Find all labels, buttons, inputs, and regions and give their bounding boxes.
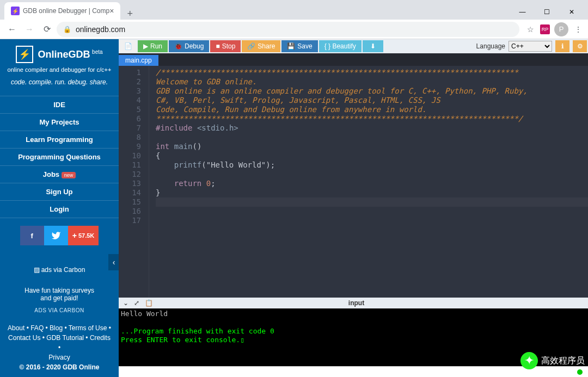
window-maximize-icon[interactable]: ☐ [535,4,559,20]
logo-icon: ⚡ [16,46,33,63]
file-tabs: main.cpp [119,53,588,66]
nav-item-jobs[interactable]: Jobs new [0,165,119,183]
file-tab-main[interactable]: main.cpp [119,55,158,66]
brand-tagline: code. compile. run. debug. share. [5,78,113,91]
code-editor[interactable]: 1234567891011121314151617 /*************… [119,66,588,298]
star-icon[interactable]: ☆ [525,24,536,35]
tab-close-icon[interactable]: × [109,7,114,15]
copy-icon[interactable]: 📋 [145,299,153,307]
twitter-button[interactable] [44,226,68,245]
facebook-button[interactable]: f [20,226,44,245]
line-gutter: 1234567891011121314151617 [119,66,149,298]
debug-button[interactable]: 🐞Debug [169,40,209,52]
menu-icon[interactable]: ⋮ [573,24,584,35]
sidebar: ⚡ OnlineGDB beta online compiler and deb… [0,39,119,377]
ad-slot[interactable]: ▨ ads via Carbon Have fun taking surveys… [0,250,119,318]
tab-title: GDB online Debugger | Comp [23,7,109,15]
code-content[interactable]: /***************************************… [149,66,588,298]
beautify-button[interactable]: { } Beautify [319,40,362,52]
tab-favicon: ⚡ [11,7,20,15]
stop-button[interactable]: ■Stop [210,40,241,52]
lock-icon: 🔒 [63,26,71,33]
nav-item-projects[interactable]: My Projects [0,113,119,131]
ad-text: Have fun taking surveys [7,287,112,294]
reload-button[interactable]: ⟳ [39,22,54,37]
gear-icon: ⚙ [577,42,583,50]
browser-tab-strip: ⚡ GDB online Debugger | Comp × + — ☐ ✕ [0,0,588,20]
run-button[interactable]: ▶Run [138,40,168,52]
panel-title: input [157,299,555,307]
share-icon: 🔗 [247,42,255,50]
url-text: onlinegdb.com [76,25,125,34]
brand-subtitle: online compiler and debugger for c/c++ [5,66,113,73]
share-button[interactable]: 🔗Share [242,40,280,52]
share-count-button[interactable]: + 57.5K [68,226,99,245]
download-icon: ⬇ [370,42,376,50]
language-select[interactable]: C++ [509,41,552,52]
brand-name: OnlineGDB [38,49,90,60]
window-close-icon[interactable]: ✕ [559,4,584,20]
nav-item-login[interactable]: Login [0,200,119,218]
save-button[interactable]: 💾Save [281,40,317,52]
footer-link[interactable]: Privacy [48,354,70,361]
nav-item-learn[interactable]: Learn Programming [0,131,119,148]
new-tab-button[interactable]: + [120,8,139,20]
ad-placeholder-icon: ▨ ads via Carbon [34,266,85,274]
footer-link[interactable]: Contact Us [8,334,40,342]
copyright: © 2016 - 2020 GDB Online [7,362,112,372]
url-input[interactable]: 🔒 onlinegdb.com [57,22,519,37]
toolbar: 📄 ▶Run 🐞Debug ■Stop 🔗Share 💾Save { } Bea… [119,39,588,53]
expand-icon[interactable]: ⤢ [134,299,139,307]
window-minimize-icon[interactable]: — [510,4,535,20]
new-badge: new [62,172,76,178]
status-bar [119,366,588,377]
panel-toolbar: ⌄ ⤢ 📋 input [119,298,588,308]
browser-tab[interactable]: ⚡ GDB online Debugger | Comp × [4,2,120,20]
footer-link[interactable]: GDB Tutorial [46,334,84,342]
help-button[interactable]: ℹ [555,40,569,52]
nav-item-ide[interactable]: IDE [0,96,119,113]
nav-item-questions[interactable]: Programming Questions [0,148,119,165]
extension-icon[interactable]: RP [540,24,550,34]
address-bar: ← → ⟳ 🔒 onlinegdb.com ☆ RP P ⋮ [0,20,588,39]
settings-button[interactable]: ⚙ [573,40,587,52]
footer: About • FAQ • Blog • Terms of Use • Cont… [0,318,119,377]
profile-avatar[interactable]: P [554,22,568,36]
back-button[interactable]: ← [4,22,20,37]
footer-link[interactable]: About [8,324,24,332]
file-icon: 📄 [124,42,132,50]
footer-link[interactable]: FAQ [30,324,44,332]
download-button[interactable]: ⬇ [363,40,383,52]
new-file-button[interactable]: 📄 [120,40,137,52]
nav-item-signup[interactable]: Sign Up [0,183,119,200]
console-output[interactable]: Hello World ...Program finished with exi… [119,308,588,366]
chevron-down-icon[interactable]: ⌄ [123,299,128,307]
info-icon: ℹ [561,42,564,50]
play-icon: ▶ [143,42,148,50]
ad-attribution: ADS VIA CARBON [7,307,112,313]
beta-badge: beta [92,49,102,55]
ad-text: and get paid! [7,294,112,302]
status-indicator-icon [577,369,583,375]
footer-link[interactable]: Blog [50,324,63,332]
stop-icon: ■ [216,42,219,50]
language-label: Language [476,42,505,50]
save-icon: 💾 [287,42,295,50]
footer-link[interactable]: Terms of Use [69,324,107,332]
sidebar-collapse-button[interactable]: ‹ [108,254,119,270]
bug-icon: 🐞 [174,42,182,50]
footer-link[interactable]: Credits [90,334,111,342]
forward-button[interactable]: → [22,22,37,37]
